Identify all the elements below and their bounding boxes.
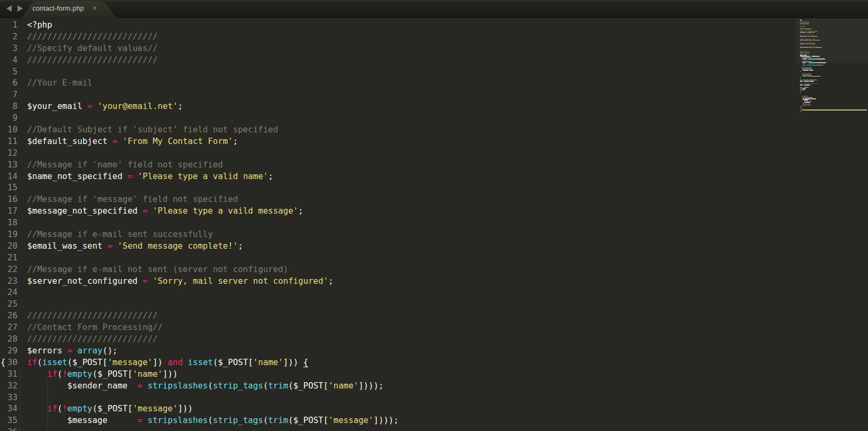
code-line[interactable]: 4////////////////////////// bbox=[0, 54, 868, 66]
minimap[interactable] bbox=[800, 20, 868, 113]
indent-guide bbox=[20, 368, 20, 431]
gutter-brace-mark: { bbox=[1, 357, 5, 368]
code-line[interactable]: 8$your_email = 'your@email.net'; bbox=[0, 100, 868, 112]
line-number: 16 bbox=[0, 193, 18, 205]
code-line[interactable]: 13//Message if 'name' field not specifie… bbox=[0, 159, 868, 171]
line-number: 4 bbox=[0, 54, 18, 66]
line-number: 25 bbox=[0, 298, 18, 310]
code-line[interactable]: 12 bbox=[0, 147, 868, 159]
code-line[interactable]: 33 bbox=[0, 392, 868, 403]
line-number: 15 bbox=[0, 182, 18, 193]
line-number: 13 bbox=[0, 159, 18, 171]
tab-contact-form-php[interactable]: contact-form.php ✕ bbox=[21, 0, 117, 18]
code-line[interactable]: 7 bbox=[0, 89, 868, 100]
code-line[interactable]: 18 bbox=[0, 217, 868, 229]
line-number: 10 bbox=[0, 124, 18, 136]
line-number: 8 bbox=[0, 100, 18, 112]
code-line[interactable]: 32 $sender_name = stripslashes(strip_tag… bbox=[0, 380, 868, 392]
indent-guide bbox=[47, 380, 48, 431]
line-number: 21 bbox=[0, 252, 18, 264]
code-line[interactable]: 9 bbox=[0, 112, 868, 124]
line-number: 12 bbox=[0, 147, 18, 159]
code-line[interactable]: 26////////////////////////// bbox=[0, 310, 868, 322]
line-number: 1 bbox=[0, 19, 18, 31]
code-line[interactable]: 34 if(!empty($_POST['message'])) bbox=[0, 403, 868, 415]
line-number: 32 bbox=[0, 380, 18, 392]
line-number: 19 bbox=[0, 229, 18, 240]
code-line[interactable]: 17$message_not_specified = 'Please type … bbox=[0, 205, 868, 217]
line-number: 26 bbox=[0, 310, 18, 322]
code-line[interactable]: 31 if(!empty($_POST['name'])) bbox=[0, 368, 868, 380]
line-number: 18 bbox=[0, 217, 18, 229]
code-line[interactable]: 2////////////////////////// bbox=[0, 31, 868, 43]
tab-bar: contact-form.php ✕ bbox=[0, 0, 868, 18]
line-number: 7 bbox=[0, 89, 18, 100]
line-number: 36 bbox=[0, 426, 18, 431]
code-line[interactable]: 27//Contact Form Processing// bbox=[0, 322, 868, 333]
line-number: 9 bbox=[0, 112, 18, 124]
code-line[interactable]: 3//Specify default values// bbox=[0, 43, 868, 54]
line-number: 14 bbox=[0, 171, 18, 182]
code-line[interactable]: 20$email_was_sent = 'Send message comple… bbox=[0, 240, 868, 252]
code-lines[interactable]: 1<?php2//////////////////////////3//Spec… bbox=[0, 18, 868, 431]
code-line[interactable]: 36 bbox=[0, 426, 868, 431]
minimap-row bbox=[800, 112, 868, 113]
code-line[interactable]: 16//Message if 'message' field not speci… bbox=[0, 193, 868, 205]
code-line[interactable]: {30if(isset($_POST['message']) and isset… bbox=[0, 357, 868, 368]
back-arrow-icon[interactable] bbox=[6, 5, 12, 12]
line-number: 11 bbox=[0, 136, 18, 147]
code-line[interactable]: 11$default_subject = 'From My Contact Fo… bbox=[0, 136, 868, 147]
code-line[interactable]: 35 $message = stripslashes(strip_tags(tr… bbox=[0, 415, 868, 426]
line-number: 35 bbox=[0, 415, 18, 426]
tab-label: contact-form.php bbox=[32, 5, 84, 12]
line-number: 6 bbox=[0, 77, 18, 89]
code-line[interactable]: 29$errors = array(); bbox=[0, 345, 868, 357]
code-line[interactable]: 14$name_not_specified = 'Please type a v… bbox=[0, 171, 868, 182]
code-line[interactable]: 22//Message if e-mail not sent (server n… bbox=[0, 264, 868, 275]
line-number: 2 bbox=[0, 31, 18, 43]
code-line[interactable]: 1<?php bbox=[0, 19, 868, 31]
line-number: 17 bbox=[0, 205, 18, 217]
line-number: 23 bbox=[0, 275, 18, 287]
code-line[interactable]: 15 bbox=[0, 182, 868, 193]
line-number: 3 bbox=[0, 43, 18, 54]
line-number: 27 bbox=[0, 322, 18, 333]
code-line[interactable]: 10//Default Subject if 'subject' field n… bbox=[0, 124, 868, 136]
line-number: 29 bbox=[0, 345, 18, 357]
code-line[interactable]: 5 bbox=[0, 66, 868, 78]
line-number: 20 bbox=[0, 240, 18, 252]
line-number: 33 bbox=[0, 392, 18, 403]
code-line[interactable]: 19//Message if e-mail sent successfully bbox=[0, 229, 868, 240]
line-number: 28 bbox=[0, 333, 18, 345]
line-number: 31 bbox=[0, 368, 18, 380]
code-line[interactable]: 25 bbox=[0, 298, 868, 310]
line-number: 5 bbox=[0, 66, 18, 78]
code-line[interactable]: 24 bbox=[0, 286, 868, 298]
code-line[interactable]: 23$server_not_configured = 'Sorry, mail … bbox=[0, 275, 868, 287]
tab-close-icon[interactable]: ✕ bbox=[90, 4, 99, 13]
sublime-window: contact-form.php ✕ 1<?php2//////////////… bbox=[0, 0, 868, 431]
minimap-row bbox=[800, 109, 868, 111]
code-line[interactable]: 28////////////////////////// bbox=[0, 333, 868, 345]
line-number: 22 bbox=[0, 264, 18, 275]
line-number: 34 bbox=[0, 403, 18, 415]
line-number: 24 bbox=[0, 286, 18, 298]
minimap-viewport[interactable] bbox=[796, 19, 868, 63]
editor-pane[interactable]: 1<?php2//////////////////////////3//Spec… bbox=[0, 18, 868, 431]
code-line[interactable]: 6//Your E-mail bbox=[0, 77, 868, 89]
code-line[interactable]: 21 bbox=[0, 252, 868, 264]
